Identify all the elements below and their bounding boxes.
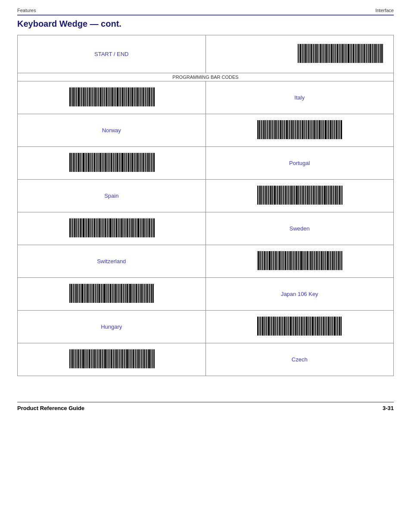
svg-rect-98 — [99, 87, 100, 106]
svg-rect-184 — [305, 120, 305, 139]
svg-rect-322 — [300, 186, 301, 205]
svg-rect-118 — [124, 87, 125, 106]
svg-rect-2 — [298, 44, 299, 63]
svg-rect-261 — [125, 153, 125, 172]
svg-rect-307 — [282, 186, 283, 205]
svg-rect-665 — [99, 349, 99, 368]
svg-rect-587 — [277, 317, 278, 336]
svg-rect-374 — [90, 218, 90, 237]
svg-rect-521 — [94, 284, 95, 303]
svg-rect-557 — [138, 284, 139, 303]
svg-rect-512 — [84, 284, 84, 303]
switzerland-barcode-right — [206, 245, 394, 277]
svg-rect-163 — [279, 120, 280, 139]
svg-rect-490 — [331, 251, 332, 270]
svg-rect-192 — [314, 120, 315, 139]
svg-rect-698 — [139, 349, 140, 368]
svg-rect-238 — [97, 153, 97, 172]
svg-rect-197 — [321, 120, 321, 139]
svg-rect-491 — [332, 251, 333, 270]
svg-rect-409 — [131, 218, 133, 237]
svg-rect-367 — [80, 218, 81, 237]
svg-rect-473 — [310, 251, 311, 270]
svg-rect-548 — [127, 284, 128, 303]
svg-rect-487 — [327, 251, 329, 270]
svg-rect-638 — [339, 317, 340, 336]
svg-rect-416 — [140, 218, 141, 237]
svg-rect-206 — [332, 120, 333, 139]
svg-rect-247 — [108, 153, 108, 172]
svg-rect-297 — [269, 186, 270, 205]
svg-rect-171 — [289, 120, 290, 139]
svg-rect-34 — [336, 44, 336, 63]
svg-rect-39 — [342, 44, 343, 63]
svg-rect-48 — [353, 44, 354, 63]
svg-rect-659 — [91, 349, 92, 368]
svg-rect-146 — [258, 120, 260, 139]
table-row: Italy — [18, 81, 394, 114]
svg-rect-413 — [137, 218, 137, 237]
svg-rect-670 — [104, 349, 106, 368]
svg-rect-249 — [110, 153, 110, 172]
svg-rect-614 — [310, 317, 311, 336]
barcode-switzerland — [256, 249, 342, 272]
svg-rect-628 — [327, 317, 327, 336]
svg-rect-577 — [265, 317, 265, 336]
svg-rect-552 — [133, 284, 133, 303]
svg-rect-672 — [108, 349, 108, 368]
svg-rect-611 — [306, 317, 307, 336]
svg-rect-610 — [305, 317, 305, 336]
svg-rect-349 — [333, 186, 334, 205]
svg-rect-187 — [308, 120, 309, 139]
svg-rect-324 — [302, 186, 304, 205]
svg-rect-710 — [154, 349, 155, 368]
svg-rect-258 — [121, 153, 121, 172]
svg-rect-328 — [307, 186, 308, 205]
svg-rect-519 — [92, 284, 92, 303]
svg-rect-660 — [93, 349, 93, 368]
svg-rect-387 — [105, 218, 106, 237]
svg-rect-135 — [144, 87, 145, 106]
svg-rect-612 — [308, 317, 308, 336]
svg-rect-111 — [115, 87, 115, 106]
svg-rect-315 — [291, 186, 293, 205]
svg-rect-608 — [303, 317, 303, 336]
svg-rect-248 — [109, 153, 109, 172]
svg-rect-200 — [324, 120, 324, 139]
svg-rect-657 — [89, 349, 90, 368]
svg-rect-269 — [134, 153, 135, 172]
svg-rect-138 — [147, 87, 148, 106]
nav-interface: Interface — [375, 8, 394, 13]
barcode-svg — [216, 43, 294, 65]
svg-rect-49 — [355, 44, 355, 63]
svg-rect-424 — [150, 218, 151, 237]
svg-rect-383 — [100, 218, 101, 237]
svg-rect-275 — [142, 153, 142, 172]
svg-rect-88 — [87, 87, 88, 106]
svg-rect-44 — [348, 44, 349, 63]
svg-rect-125 — [132, 87, 133, 106]
svg-rect-40 — [343, 44, 344, 63]
svg-rect-555 — [136, 284, 137, 303]
svg-rect-91 — [91, 87, 91, 106]
svg-rect-33 — [335, 44, 336, 63]
svg-rect-182 — [302, 120, 303, 139]
svg-rect-377 — [93, 218, 93, 237]
svg-rect-575 — [262, 317, 263, 336]
svg-rect-389 — [107, 218, 108, 237]
svg-rect-310 — [285, 186, 286, 205]
svg-rect-45 — [350, 44, 350, 63]
svg-rect-442 — [273, 251, 274, 270]
barcode-start-end — [297, 42, 383, 65]
svg-rect-520 — [93, 284, 94, 303]
svg-rect-542 — [120, 284, 120, 303]
svg-rect-453 — [286, 251, 287, 270]
svg-rect-160 — [275, 120, 277, 139]
svg-rect-58 — [365, 44, 366, 63]
svg-rect-576 — [264, 317, 265, 336]
svg-rect-329 — [309, 186, 310, 205]
svg-rect-363 — [76, 218, 77, 237]
svg-rect-561 — [143, 284, 144, 303]
svg-rect-694 — [134, 349, 135, 368]
svg-rect-530 — [106, 284, 106, 303]
